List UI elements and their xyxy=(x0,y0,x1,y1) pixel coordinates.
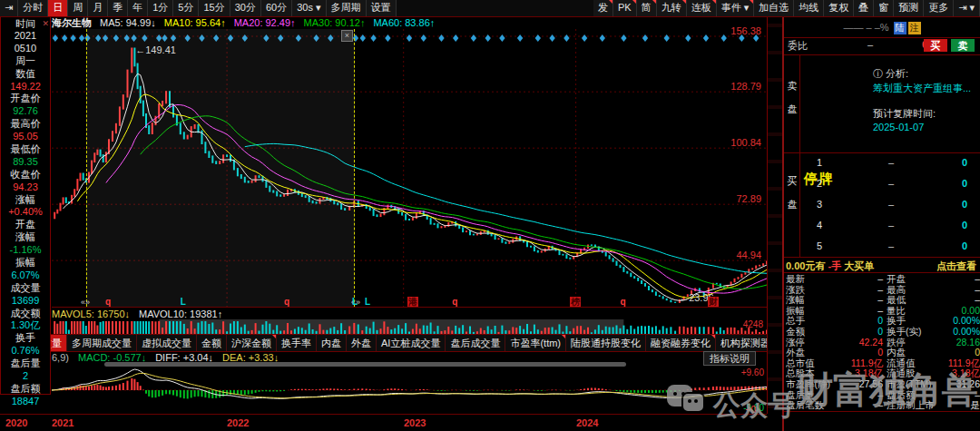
close-icon[interactable]: ✕ xyxy=(42,17,49,30)
event-marker-财[interactable]: 财 xyxy=(708,297,719,307)
toolbar-tool-8[interactable]: 均线 xyxy=(794,0,824,16)
toolbar-period-1[interactable]: 分时 xyxy=(18,0,48,16)
stat-value: 0 xyxy=(838,316,883,327)
region-left-handle-icon[interactable]: «» xyxy=(81,299,90,307)
sidebar-line: 最低价 xyxy=(1,143,50,156)
indicator-tab-10[interactable]: 盘后成交量 xyxy=(446,335,505,351)
view-orders-link[interactable]: 点击查看 xyxy=(936,260,976,273)
toolbar-period-5[interactable]: 季 xyxy=(108,0,128,16)
toolbar-period-8[interactable]: 5分 xyxy=(173,0,199,16)
toolbar-period-10[interactable]: 30分 xyxy=(230,0,261,16)
sidebar-line: 成交额 xyxy=(1,308,50,320)
analysis-link[interactable]: 筹划重大资产重组事... xyxy=(873,82,971,95)
toolbar-tool-4[interactable]: 九转 xyxy=(657,0,687,16)
stats-row: 最新–开盘– xyxy=(786,274,980,285)
indicator-tab-7[interactable]: 内盘 xyxy=(317,335,347,351)
toolbar-period-9[interactable]: 15分 xyxy=(199,0,230,16)
sidebar-line: 振幅 xyxy=(1,257,50,269)
sell-button[interactable]: 卖 xyxy=(951,39,975,52)
indicator-tab-label: 沪深金额 xyxy=(231,337,271,350)
stat-value: – xyxy=(838,295,883,306)
toolbar-tool-12[interactable]: 预测 xyxy=(894,0,924,16)
event-marker-L[interactable]: L xyxy=(352,297,358,307)
toolbar-period-4[interactable]: 月 xyxy=(88,0,108,16)
sidebar-line: 最高价 xyxy=(1,118,50,131)
toolbar-tool-7[interactable]: 加自选 xyxy=(754,0,794,16)
event-marker-L[interactable]: L xyxy=(181,297,186,307)
toolbar-period-13[interactable]: 多周期 xyxy=(327,0,367,16)
indicator-tab-label: 金额 xyxy=(201,337,221,350)
indicator-tab-9[interactable]: AI立桩成交量 xyxy=(377,335,446,351)
buy-level-index: 1 xyxy=(817,152,822,173)
toolbar-tool-14[interactable]: ⇥ ▾ xyxy=(954,0,980,16)
sidebar-line: -1.16% xyxy=(1,244,50,257)
toolbar-tool-6[interactable]: 事件 ▾ xyxy=(717,0,755,16)
weibi-label: 委比 xyxy=(788,40,808,51)
toolbar-tool-13[interactable]: 更多 xyxy=(924,0,954,16)
indicator-tab-label: 虚拟成交量 xyxy=(142,337,191,350)
buy-panel-label: 买盘 xyxy=(787,175,798,211)
indicator-tab-label: 外盘 xyxy=(351,337,371,350)
indicator-tab-12[interactable]: 陆股通持股变化 xyxy=(566,335,646,351)
sidebar-line: 涨幅 xyxy=(1,194,50,207)
event-marker-q[interactable]: q xyxy=(284,297,289,307)
stat-value: 0 xyxy=(941,348,980,358)
indicator-help-button[interactable]: 指标说明 xyxy=(703,351,756,366)
indicator-tab-6[interactable]: 换手率 xyxy=(277,335,317,351)
toolbar-tool-9[interactable]: 复权 xyxy=(824,0,854,16)
main-kline-chart[interactable]: ×«»«»156.38128.79100.8472.8944.94←149.41… xyxy=(52,29,767,307)
indicator-tab-13[interactable]: 融资融券变化 xyxy=(646,335,716,351)
stat-label: 总手 xyxy=(786,316,838,327)
sidebar-line: 95.05 xyxy=(1,131,50,143)
toolbar-tool-1[interactable]: 发 xyxy=(593,0,613,16)
region-close-icon[interactable]: × xyxy=(341,30,353,42)
toolbar-tool-2[interactable]: PK xyxy=(613,0,637,16)
buy-level-volume: 0 xyxy=(962,173,967,194)
toolbar-tool-10[interactable]: 叠 xyxy=(854,0,874,16)
stat-label: 最新 xyxy=(786,274,838,285)
toolbar-period-7[interactable]: 1分 xyxy=(148,0,173,16)
indicator-tab-5[interactable]: 沪深金额 xyxy=(227,335,277,351)
event-marker-q[interactable]: q xyxy=(620,297,625,307)
stat-label: 总市值 xyxy=(786,358,838,369)
stats-row: 外盘0内盘0 xyxy=(786,348,980,358)
indicator-tab-3[interactable]: 虚拟成交量 xyxy=(137,335,197,351)
selection-region[interactable]: ×«»«» xyxy=(86,29,355,307)
event-marker-q[interactable]: q xyxy=(452,297,457,307)
event-marker-q[interactable]: q xyxy=(105,297,111,307)
sidebar-line: 92.76 xyxy=(1,105,50,118)
indicator-tab-4[interactable]: 金额 xyxy=(197,335,227,351)
big-order-line: 0.00元有 -手 大买单 点击查看 xyxy=(786,260,980,272)
toolbar-period-6[interactable]: 年 xyxy=(128,0,148,16)
toolbar-period-12[interactable]: 30s ▾ xyxy=(292,0,326,16)
toolbar-period-2[interactable]: 日 xyxy=(48,0,68,16)
toolbar-tool-11[interactable]: 窗 xyxy=(874,0,894,16)
order-pre: 0.00元有 xyxy=(786,260,825,271)
stat-label: 涨幅 xyxy=(786,295,838,306)
toolbar-tool-3[interactable]: 简 xyxy=(637,0,657,16)
toolbar-tool-5[interactable]: 连板 xyxy=(687,0,717,16)
toolbar-period-11[interactable]: 60分 xyxy=(261,0,292,16)
chart-scrollbar[interactable] xyxy=(104,362,626,367)
right-gutter xyxy=(767,0,783,414)
event-marker-港[interactable]: 港 xyxy=(407,297,418,307)
volume-minimap[interactable]: 4248 xyxy=(52,319,767,334)
event-marker-榜[interactable]: 榜 xyxy=(570,297,581,307)
collapse-sidebar-icon[interactable]: ⇥ xyxy=(0,0,18,16)
ma-value-5: MA60: 83.86↑ xyxy=(373,17,435,28)
event-marker-L[interactable]: L xyxy=(365,297,370,307)
indicator-tab-8[interactable]: 外盘 xyxy=(347,335,377,351)
stat-label: 最低 xyxy=(887,295,941,306)
order-mid: -手 xyxy=(828,260,841,271)
buy-button[interactable]: 买 xyxy=(924,39,947,52)
stats-row: 涨停42.24跌停28.16 xyxy=(786,338,980,348)
volume-svg xyxy=(52,319,767,334)
stats-grid: 最新–开盘–涨跌–最高–涨幅–最低–振幅–量比0.00总手0换手0.00%金额0… xyxy=(786,274,980,411)
toolbar-period-3[interactable]: 周 xyxy=(68,0,88,16)
indicator-tabs: 成交量多周期成交量虚拟成交量金额沪深金额换手率内盘外盘AI立桩成交量盘后成交量市… xyxy=(27,334,767,352)
indicator-tab-2[interactable]: 多周期成交量 xyxy=(67,335,137,351)
macd-pane[interactable]: +9.60 -9.60 +0 xyxy=(52,367,767,414)
toolbar-period-14[interactable]: 设置 xyxy=(367,0,397,16)
year-tick-2024: 2024 xyxy=(576,417,598,428)
indicator-tab-11[interactable]: 市盈率(ttm) xyxy=(505,335,566,351)
